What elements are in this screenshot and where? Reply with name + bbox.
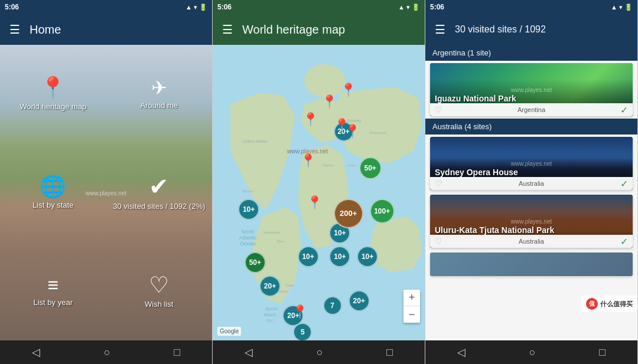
svg-text:Venezuela: Venezuela — [263, 231, 281, 234]
phone-list: 5:06 ▲ ▾ 🔋 ☰ 30 visited sites / 1092 Arg… — [425, 0, 638, 364]
heart-outline-icon: ♡ — [149, 274, 169, 296]
map-background: North Atlantic Ocean South Atlant... Oc.… — [213, 45, 425, 340]
cluster-200plus-central-asia[interactable]: 200+ — [334, 199, 363, 228]
signal-icon-list: ▲ — [611, 4, 617, 11]
back-button-map[interactable]: ◁ — [245, 346, 253, 359]
home-item-label-around-me: Around me — [140, 101, 178, 110]
phone-map: 5:06 ▲ ▾ 🔋 ☰ World heritage map — [213, 0, 425, 364]
app-bar-list: ☰ 30 visited sites / 1092 — [425, 14, 637, 45]
home-item-list-by-state[interactable]: 🌐 List by state — [0, 143, 106, 242]
home-item-label-visited: 30 visited sites / 1092 (2%) — [113, 202, 205, 211]
cluster-100plus-asia[interactable]: 100+ — [370, 199, 395, 224]
site-card-iguazu[interactable]: www.playes.net Iguazu National Park ♡ Ar… — [430, 63, 633, 116]
home-item-world-heritage-map[interactable]: 📍 World heritage map — [0, 45, 106, 143]
cluster-10plus-africa-mid[interactable]: 10+ — [329, 246, 350, 267]
svg-text:South: South — [265, 306, 278, 311]
back-button-list[interactable]: ◁ — [457, 346, 466, 359]
cluster-20plus-africa-south[interactable]: 20+ — [349, 290, 370, 311]
home-item-label-list-year: List by year — [34, 298, 73, 307]
recents-button-list[interactable]: □ — [599, 346, 606, 359]
status-left-list: 5:06 — [430, 3, 444, 11]
country-header-australia: Australia (4 sites) — [425, 119, 637, 135]
home-item-label-world-heritage: World heritage map — [19, 102, 86, 111]
list-icon: ≡ — [47, 276, 58, 294]
cluster-5-south-america-bottom[interactable]: 5 — [293, 323, 312, 340]
svg-text:Oc...: Oc... — [266, 318, 276, 323]
site-country-iguazu: Argentina — [517, 106, 545, 113]
cluster-50plus-central-america[interactable]: 50+ — [245, 252, 266, 273]
visited-check-sydney[interactable]: ✓ — [620, 178, 628, 189]
country-header-argentina: Argentina (1 site) — [425, 45, 637, 61]
site-name-sydney: Sydney Opera House — [435, 168, 628, 177]
map-view[interactable]: North Atlantic Ocean South Atlant... Oc.… — [213, 45, 425, 340]
location-pin-icon: 📍 — [40, 77, 66, 99]
home-button-list[interactable]: ○ — [529, 346, 536, 359]
site-country-sydney: Australia — [519, 180, 544, 187]
home-item-visited-sites[interactable]: ✔ 30 visited sites / 1092 (2%) — [106, 143, 213, 242]
battery-icon-list: 🔋 — [624, 4, 633, 11]
home-button[interactable]: ○ — [104, 346, 110, 359]
wish-list-heart-sydney[interactable]: ♡ — [435, 179, 442, 188]
cluster-50plus-europe[interactable]: 50+ — [359, 157, 382, 179]
recents-button[interactable]: □ — [174, 346, 180, 359]
home-item-around-me[interactable]: ✈ Around me — [106, 45, 213, 143]
app-title-map: World heritage map — [242, 23, 345, 37]
time-display-map: 5:06 — [217, 3, 232, 11]
menu-icon-list[interactable]: ☰ — [435, 22, 445, 37]
wifi-icon-list: ▾ — [619, 4, 623, 11]
site-name-iguazu: Iguazu National Park — [435, 94, 628, 103]
home-item-wish-list[interactable]: ♡ Wish list — [106, 242, 213, 340]
visited-check-uluru[interactable]: ✓ — [620, 236, 628, 247]
home-item-list-by-year[interactable]: ≡ List by year — [0, 242, 106, 340]
cluster-10plus-africa-east[interactable]: 10+ — [357, 246, 378, 267]
svg-point-1 — [304, 64, 346, 97]
site-card-sydney[interactable]: www.playes.net Sydney Opera House ♡ Aust… — [430, 137, 633, 190]
brand-name: 什么值得买 — [600, 300, 633, 309]
wish-list-heart-iguazu[interactable]: ♡ — [435, 105, 442, 114]
app-bar-map: ☰ World heritage map — [213, 14, 425, 45]
home-item-label-wish-list: Wish list — [145, 300, 173, 309]
wish-list-heart-uluru[interactable]: ♡ — [435, 237, 442, 246]
cluster-10plus-americas-north[interactable]: 10+ — [238, 199, 259, 220]
cluster-20plus-europe-north[interactable]: 20+ — [334, 122, 354, 142]
cluster-10plus-africa-west[interactable]: 10+ — [298, 246, 319, 267]
cluster-7-south-america-east[interactable]: 7 — [323, 296, 342, 315]
status-bar-map: 5:06 ▲ ▾ 🔋 — [213, 0, 425, 14]
nav-bar-list: ◁ ○ □ — [425, 340, 637, 364]
home-item-label-list-state: List by state — [32, 201, 73, 209]
nav-bar-map: ◁ ○ □ — [213, 340, 425, 364]
zoom-in-button[interactable]: + — [403, 290, 420, 306]
svg-text:Norway: Norway — [347, 119, 362, 123]
navigation-icon: ✈ — [151, 78, 167, 97]
home-button-map[interactable]: ○ — [317, 346, 323, 359]
site-card-partial[interactable] — [430, 252, 633, 276]
sites-list: Argentina (1 site) www.playes.net Iguazu… — [425, 45, 637, 340]
svg-text:Atlant...: Atlant... — [263, 312, 279, 317]
back-button[interactable]: ◁ — [32, 346, 40, 359]
cluster-20plus-south-america-1[interactable]: 20+ — [259, 276, 281, 297]
svg-text:Mexico: Mexico — [242, 190, 254, 194]
svg-text:Libya: Libya — [347, 163, 356, 167]
status-right-list: ▲ ▾ 🔋 — [611, 4, 633, 11]
recents-button-map[interactable]: □ — [386, 346, 393, 359]
card-footer-iguazu: ♡ Argentina ✓ — [430, 103, 633, 116]
nav-bar-home: ◁ ○ □ — [0, 340, 212, 364]
menu-icon-map[interactable]: ☰ — [222, 22, 233, 37]
site-card-uluru[interactable]: www.playes.net Uluru-Kata Tjuta National… — [430, 195, 633, 248]
wifi-icon-map: ▾ — [406, 4, 410, 11]
zoom-controls: + − — [403, 290, 420, 323]
svg-text:Ocean: Ocean — [240, 241, 256, 247]
svg-text:United States: United States — [243, 139, 268, 143]
svg-text:Atlantic: Atlantic — [239, 235, 257, 241]
status-bar-list: 5:06 ▲ ▾ 🔋 — [425, 0, 637, 14]
visited-check-iguazu[interactable]: ✓ — [620, 104, 628, 116]
bottom-brand-logo: 值 什么值得买 — [581, 296, 637, 312]
zoom-out-button[interactable]: − — [403, 306, 420, 323]
site-country-uluru: Australia — [519, 238, 544, 245]
menu-icon[interactable]: ☰ — [9, 22, 20, 37]
globe-icon: 🌐 — [40, 176, 66, 197]
wifi-icon: ▾ — [194, 4, 197, 11]
svg-text:Greenland: Greenland — [369, 131, 386, 135]
status-right-map: ▲ ▾ 🔋 — [398, 4, 420, 11]
phone-home: 5:06 ▲ ▾ 🔋 ☰ Home 📍 World heritage map ✈… — [0, 0, 213, 364]
